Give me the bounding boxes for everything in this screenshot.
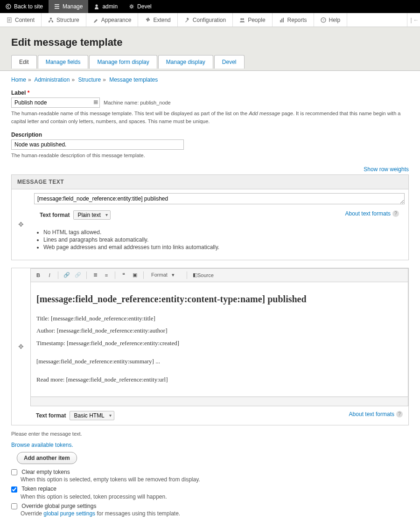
back-icon <box>6 4 11 9</box>
crumb-structure[interactable]: Structure <box>78 76 101 83</box>
cke-link-button[interactable]: 🔗 <box>62 271 71 280</box>
extend-icon <box>145 17 150 23</box>
cke-numbered-list-button[interactable]: ≡ <box>102 271 111 280</box>
about-text-formats-link-1[interactable]: About text formats? <box>345 210 399 217</box>
user-menu[interactable]: admin <box>88 0 123 13</box>
about-text-formats-link-2[interactable]: About text formats? <box>349 411 403 417</box>
text-format-select-1[interactable]: Plain text <box>73 210 111 220</box>
crumb-home[interactable]: Home <box>11 76 26 83</box>
cke-source-button[interactable]: ◧ Source <box>191 271 216 280</box>
manage-label: Manage <box>63 3 83 10</box>
crumb-admin[interactable]: Administration <box>34 76 70 83</box>
menu-people[interactable]: People <box>233 13 272 27</box>
help-qmark-icon: ? <box>396 411 403 417</box>
token-replace-desc: When this option is selected, token proc… <box>21 493 409 500</box>
description-input[interactable] <box>11 139 184 150</box>
override-purge-checkbox[interactable] <box>11 503 17 509</box>
add-another-item-button[interactable]: Add another item <box>17 452 77 464</box>
show-row-weights: Show row weights <box>11 166 409 173</box>
label-help: The human-readable name of this message … <box>11 110 409 125</box>
token-replace-label[interactable]: Token replace <box>11 486 56 492</box>
gear-icon <box>129 4 134 9</box>
message-text-row-2: ✥ B I 🔗 🔗 ≣ ≡ ❝ ▣ Format ▾ ◧ Source [ <box>11 268 409 426</box>
structure-icon <box>48 17 54 23</box>
menu-content[interactable]: Content <box>0 13 42 27</box>
cke-format-dropdown[interactable]: Format ▾ <box>147 271 183 279</box>
menu-reports[interactable]: Reports <box>273 13 314 27</box>
cke-blockquote-button[interactable]: ❝ <box>119 271 128 280</box>
svg-rect-10 <box>281 19 282 22</box>
user-label: admin <box>102 3 118 10</box>
message-text-textarea-1[interactable]: [message:field_node_reference:entity:tit… <box>34 193 405 204</box>
tab-edit[interactable]: Edit <box>11 55 37 69</box>
global-purge-settings-link[interactable]: global purge settings <box>43 510 95 517</box>
clear-empty-tokens-desc: When this option is selected, empty toke… <box>21 476 409 483</box>
text-format-label-1: Text format <box>40 210 70 218</box>
admin-menu: Content Structure Appearance Extend Conf… <box>0 13 420 27</box>
page-title: Edit message template <box>11 36 409 49</box>
cke-italic-button[interactable]: I <box>45 271 54 280</box>
cke-unlink-button[interactable]: 🔗 <box>73 271 83 280</box>
reports-icon <box>279 17 285 23</box>
label-input[interactable] <box>11 97 100 108</box>
cke-bulleted-list-button[interactable]: ≣ <box>91 271 100 280</box>
devel-menu[interactable]: Devel <box>123 0 157 13</box>
ckeditor-body[interactable]: [message:field_node_reference:entity:con… <box>30 282 408 397</box>
menu-configuration[interactable]: Configuration <box>178 13 233 27</box>
format-tips-1: No HTML tags allowed. Lines and paragrap… <box>34 229 399 250</box>
menu-extend[interactable]: Extend <box>138 13 177 27</box>
crumb-templates[interactable]: Message templates <box>109 76 158 83</box>
menu-structure[interactable]: Structure <box>42 13 86 27</box>
help-qmark-icon: ? <box>392 210 399 217</box>
tab-manage-form-display[interactable]: Manage form display <box>89 55 157 69</box>
show-row-weights-link[interactable]: Show row weights <box>364 166 409 173</box>
override-purge-desc: Override global purge settings for messa… <box>21 510 409 517</box>
svg-rect-11 <box>283 18 284 22</box>
drag-handle-icon[interactable]: ✥ <box>12 268 30 425</box>
text-format-select-2[interactable]: Basic HTML <box>70 411 114 420</box>
token-replace-checkbox[interactable] <box>11 486 17 493</box>
message-text-help: Please enter the message text. <box>11 430 409 438</box>
menu-help[interactable]: ?Help <box>314 13 348 27</box>
browse-tokens-link[interactable]: Browse available tokens. <box>11 442 73 448</box>
content-icon <box>7 17 12 23</box>
message-text-row-1: ✥ [message:field_node_reference:entity:t… <box>11 189 409 260</box>
label-field-row: Label * ▦ Machine name: publish_node The… <box>11 90 409 125</box>
clear-empty-tokens-checkbox[interactable] <box>11 469 17 475</box>
override-purge-label[interactable]: Override global purge settings <box>11 503 96 509</box>
machine-name-edit-icon[interactable]: ▦ <box>93 99 98 105</box>
svg-rect-6 <box>52 21 53 22</box>
appearance-icon <box>93 17 98 23</box>
tab-manage-display[interactable]: Manage display <box>158 55 213 69</box>
svg-point-7 <box>240 18 242 20</box>
menu-appearance[interactable]: Appearance <box>86 13 139 27</box>
description-help: The human-readable description of this m… <box>11 152 409 160</box>
page-header-region: Edit message template Edit Manage fields… <box>0 27 420 70</box>
tab-manage-fields[interactable]: Manage fields <box>38 55 89 69</box>
svg-rect-9 <box>280 20 281 22</box>
cke-image-button[interactable]: ▣ <box>130 271 140 280</box>
toolbar-orientation-toggle[interactable]: ❘← <box>407 13 420 27</box>
tab-devel[interactable]: Devel <box>214 55 245 69</box>
back-to-site[interactable]: Back to site <box>0 0 49 13</box>
user-icon <box>94 4 99 9</box>
primary-tabs: Edit Manage fields Manage form display M… <box>11 55 409 69</box>
svg-point-2 <box>131 6 133 7</box>
wrench-icon <box>184 17 190 23</box>
ckeditor-footer <box>30 397 408 406</box>
hamburger-icon <box>54 4 60 9</box>
clear-empty-tokens-label[interactable]: Clear empty tokens <box>11 469 70 475</box>
label-label: Label * <box>11 90 409 96</box>
svg-text:?: ? <box>322 18 324 22</box>
manage-toggle[interactable]: Manage <box>49 0 88 13</box>
message-text-header: MESSAGE TEXT <box>11 174 409 189</box>
breadcrumb: Home» Administration» Structure» Message… <box>11 76 409 83</box>
svg-rect-4 <box>50 18 52 19</box>
cke-bold-button[interactable]: B <box>34 271 43 280</box>
toolbar-top: Back to site Manage admin Devel <box>0 0 420 13</box>
machine-name-display: Machine name: publish_node <box>104 100 171 105</box>
drag-handle-icon[interactable]: ✥ <box>12 189 30 260</box>
devel-label: Devel <box>137 3 152 10</box>
cke-heading: [message:field_node_reference:entity:con… <box>36 292 402 306</box>
ckeditor-toolbar: B I 🔗 🔗 ≣ ≡ ❝ ▣ Format ▾ ◧ Source <box>30 268 408 282</box>
